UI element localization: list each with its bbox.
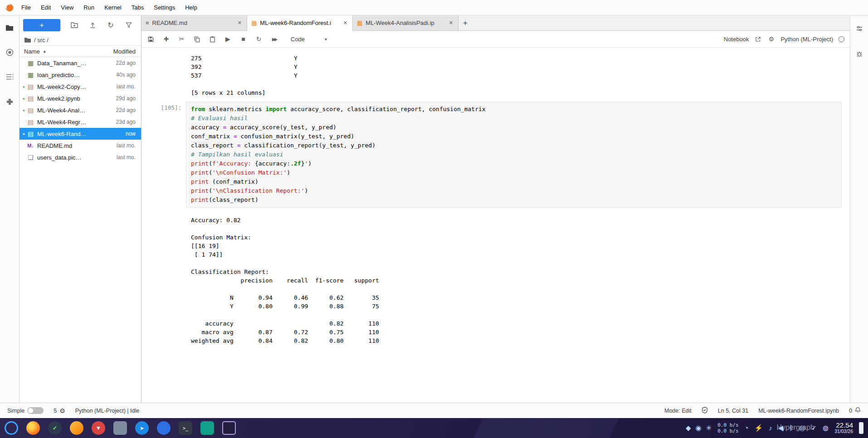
- kde-asterisk-icon[interactable]: ✳: [706, 424, 712, 432]
- file-name: users_data.pic…: [37, 154, 113, 161]
- menu-item-kernel[interactable]: Kernel: [99, 0, 127, 15]
- menu-item-help[interactable]: Help: [180, 0, 202, 15]
- new-tab-button[interactable]: +: [458, 15, 472, 30]
- simple-mode-toggle[interactable]: [27, 407, 44, 414]
- menu-item-file[interactable]: File: [16, 0, 36, 15]
- file-row[interactable]: ● ▤ ML-Week4-Anal… 22d ago: [20, 104, 141, 116]
- firefox-app-icon[interactable]: [26, 421, 40, 435]
- input-diamond-icon[interactable]: ◆: [686, 424, 691, 432]
- property-inspector-icon[interactable]: [851, 22, 868, 35]
- code-cell[interactable]: [105]: from sklearn.metrics import accur…: [141, 102, 850, 208]
- copy-cells-icon[interactable]: [193, 35, 201, 43]
- updates-icon[interactable]: ✓: [811, 424, 817, 432]
- menu-item-settings[interactable]: Settings: [149, 0, 180, 15]
- tab[interactable]: ▤ ML-Week4-AnalisisPadi.ip ✕: [353, 15, 458, 30]
- refresh-icon[interactable]: ↻: [106, 20, 116, 30]
- run-cell-icon[interactable]: ▶: [224, 35, 232, 43]
- paste-cells-icon[interactable]: [209, 35, 216, 43]
- messenger-app-icon[interactable]: [157, 421, 171, 435]
- restart-kernel-icon[interactable]: ↻: [255, 35, 263, 43]
- notifications[interactable]: 0: [849, 407, 861, 414]
- tray-status-icons: ◔⚡♪◀ᛒ◎✓◍: [745, 424, 829, 432]
- kernel-status-text[interactable]: Python (ML-Project) | Idle: [75, 408, 140, 414]
- insert-cell-icon[interactable]: ✚: [162, 35, 170, 43]
- breadcrumb[interactable]: / src /: [20, 34, 141, 45]
- file-row[interactable]: ● ❏ users_data.pic… last mo.: [20, 151, 141, 163]
- tab-label: ML-week6-RandomForest.i: [260, 19, 339, 26]
- gauge-icon[interactable]: ◔: [745, 424, 749, 432]
- open-in-notebook-icon[interactable]: [754, 35, 762, 43]
- cell-type-dropdown[interactable]: Code ▾: [287, 34, 331, 44]
- kernel-sessions[interactable]: 5 ⚙: [54, 407, 65, 414]
- upload-icon[interactable]: [88, 20, 98, 30]
- mail-app-icon[interactable]: [70, 421, 83, 435]
- menu-item-edit[interactable]: Edit: [36, 0, 56, 15]
- network-speed: 0.0 b/s 0.0 b/s: [717, 422, 738, 434]
- show-desktop-button[interactable]: [859, 422, 863, 434]
- file-browser-icon[interactable]: [1, 21, 18, 34]
- file-modified: 22d ago: [116, 60, 136, 66]
- terminal-app-icon[interactable]: >_: [179, 421, 192, 435]
- file-row[interactable]: ● ▤ ML-Week4-Regr… 23d ago: [20, 116, 141, 128]
- volume-icon[interactable]: ◀: [778, 424, 784, 432]
- bell-icon: [855, 407, 861, 414]
- filter-icon[interactable]: [124, 20, 134, 30]
- input-circle-icon[interactable]: ◉: [695, 424, 701, 432]
- location-icon[interactable]: ◎: [799, 424, 805, 432]
- running-sessions-icon[interactable]: [1, 45, 18, 59]
- file-row[interactable]: ● ▦ Data_Tanaman_… 22d ago: [20, 57, 141, 69]
- new-folder-icon[interactable]: [69, 20, 79, 30]
- file-row[interactable]: ● ▤ ML-week6-Rand… now: [20, 128, 141, 140]
- file-name: README.md: [37, 142, 113, 149]
- kernel-settings-gear-icon[interactable]: ⚙: [767, 35, 775, 43]
- clock[interactable]: 22.54 31/03/26: [834, 422, 853, 434]
- menu-item-view[interactable]: View: [56, 0, 78, 15]
- interrupt-kernel-icon[interactable]: ■: [239, 35, 247, 43]
- launcher-app-icon[interactable]: [5, 421, 18, 435]
- close-icon[interactable]: ✕: [448, 19, 454, 27]
- save-icon[interactable]: [147, 35, 155, 43]
- cursor-position[interactable]: Ln 5, Col 31: [718, 408, 748, 414]
- menu-item-run[interactable]: Run: [78, 0, 99, 15]
- network-icon[interactable]: ◍: [823, 424, 829, 432]
- file-row[interactable]: ● ▦ loan_predictio… 40s ago: [20, 69, 141, 81]
- code-cell-editor[interactable]: from sklearn.metrics import accuracy_sco…: [186, 102, 842, 208]
- file-row[interactable]: ● ▤ ML-week2.ipynb 29d ago: [20, 92, 141, 104]
- close-icon[interactable]: ✕: [342, 19, 348, 27]
- toggle-knob: [28, 408, 33, 413]
- file-row[interactable]: ● ▤ ML-week2-Copy… last mo.: [20, 81, 141, 92]
- taskbar-apps: ✓▼➤>_: [5, 421, 236, 435]
- power-icon[interactable]: ⚡: [755, 424, 763, 432]
- close-icon[interactable]: ✕: [237, 19, 243, 27]
- mic-icon[interactable]: ♪: [769, 424, 772, 432]
- office-app-icon[interactable]: [200, 421, 214, 435]
- column-modified[interactable]: Modified: [113, 48, 136, 55]
- bluetooth-icon[interactable]: ᛒ: [789, 424, 793, 432]
- trust-shield-icon: [702, 407, 708, 415]
- security-app-icon[interactable]: ✓: [48, 421, 62, 435]
- files-app-icon[interactable]: [113, 421, 127, 435]
- mode-indicator[interactable]: Mode: Edit: [664, 408, 692, 414]
- notebook-icon: ▤: [26, 118, 35, 126]
- breadcrumb-path[interactable]: / src /: [34, 37, 49, 44]
- extensions-icon[interactable]: [1, 94, 18, 108]
- tab[interactable]: ≡ README.md ✕: [141, 15, 247, 30]
- screenshot-app-icon[interactable]: [222, 421, 236, 435]
- column-name[interactable]: Name ▲: [24, 48, 113, 55]
- file-row[interactable]: ● M↓ README.md last mo.: [20, 140, 141, 151]
- tab-label: README.md: [152, 19, 234, 26]
- browser-app-icon[interactable]: ➤: [135, 421, 149, 435]
- new-launcher-button[interactable]: +: [23, 19, 60, 31]
- cut-cells-icon[interactable]: ✂: [178, 35, 185, 43]
- notebook-content[interactable]: 275 Y 392 Y 537 Y [5 rows x 21 columns] …: [141, 48, 850, 403]
- net-up: 0.0 b/s: [717, 422, 738, 428]
- cell-output-row: Accuracy: 0.82 Confusion Matrix: [[16 19…: [141, 216, 850, 345]
- menu-item-tabs[interactable]: Tabs: [127, 0, 149, 15]
- restart-run-all-icon[interactable]: ▶▶: [270, 35, 278, 43]
- table-of-contents-icon[interactable]: [1, 70, 18, 83]
- tab[interactable]: ▤ ML-week6-RandomForest.i ✕: [247, 15, 353, 30]
- kernel-name[interactable]: Python (ML-Project): [780, 36, 833, 43]
- tray-indicators: ◆◉✳: [686, 424, 712, 432]
- downloader-app-icon[interactable]: ▼: [92, 421, 105, 435]
- debugger-icon[interactable]: [851, 47, 868, 61]
